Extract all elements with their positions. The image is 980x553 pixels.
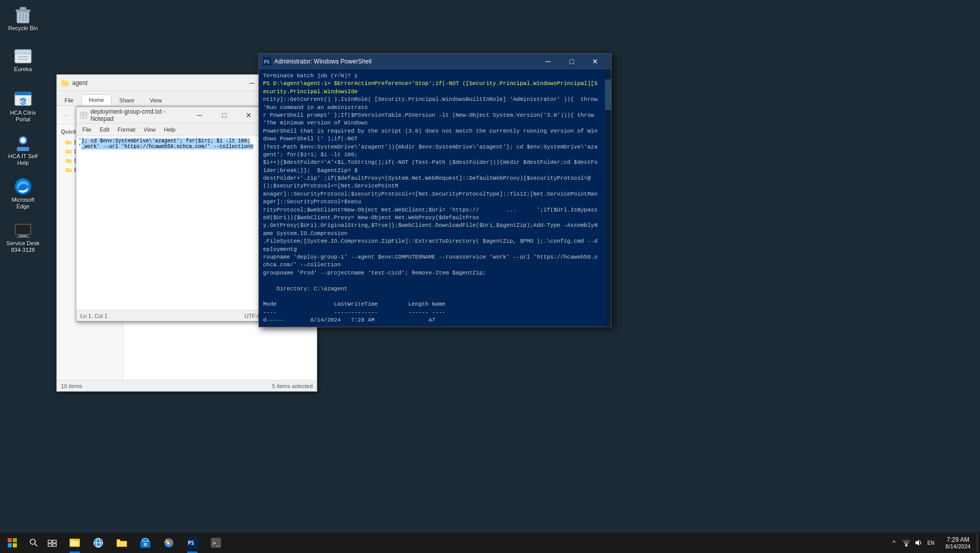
hca-it-icon-img [13,133,33,153]
svg-rect-37 [53,544,56,546]
notepad-content-area[interactable]: '}; cd $env:SystemDrive\'azagent'; for($… [76,136,265,310]
menu-view[interactable]: View [140,125,160,134]
ie-icon [92,537,104,549]
menu-help[interactable]: Help [160,125,180,134]
notepad-window: deployment-group-cmd.txt - Notepad ─ □ ✕… [76,107,265,322]
ps-content[interactable]: Terminate batch job (Y/N)? y PS D:\agent… [259,69,605,327]
desktop-icon-recycle-bin[interactable]: Recycle Bin [3,3,43,34]
tray-chevron[interactable]: ^ [889,534,899,552]
svg-rect-28 [8,538,12,542]
ps-titlebar: PS Administrator: Windows PowerShell ─ □… [259,54,611,69]
svg-rect-1 [16,10,30,12]
desktop-icon-hca-citrix[interactable]: HCA HCA Citrix Portal [3,87,43,125]
notepad-titlebar-left: deployment-group-cmd.txt - Notepad [80,108,188,122]
taskbar-app-store[interactable] [134,533,157,553]
notepad-line2: '_work' --url 'https://hcaweb50.ochca.co… [78,144,263,150]
svg-rect-2 [20,7,26,10]
svg-rect-55 [902,540,910,541]
search-icon [29,538,38,547]
taskbar-app-ie[interactable] [87,533,110,553]
notepad-titlebar: deployment-group-cmd.txt - Notepad ─ □ ✕ [76,107,265,123]
tab-file[interactable]: File [57,95,81,105]
desktop-icon-service-desk[interactable]: Service Desk 834-3128 [3,218,43,256]
ps-minimize-button[interactable]: ─ [536,54,560,69]
hca-citrix-icon-img: HCA [13,89,33,110]
folder-small-icon [65,139,72,145]
taskbar-app-folder[interactable] [111,533,133,553]
ps-line-3: r PowerShell prompt' };If($PSVersionTabl… [263,112,601,127]
taskbar-search-button[interactable] [25,533,43,553]
ps-line-6: $i++){$destFolder='A'+$i.ToString();if(-… [263,159,601,175]
tray-network-icon[interactable] [901,534,911,552]
desktop-icon-edge[interactable]: Microsoft Edge [3,174,43,212]
svg-rect-19 [16,225,30,234]
notepad-title-text: deployment-group-cmd.txt - Notepad [91,108,188,122]
notepad-ribbon: File Edit Format View Help [76,123,265,136]
tab-home[interactable]: Home [81,94,112,105]
folder-taskbar-icon [116,537,128,549]
ps-close-button[interactable]: ✕ [583,54,607,69]
ps-maximize-button[interactable]: □ [560,54,583,69]
menu-edit[interactable]: Edit [96,125,114,134]
svg-rect-21 [17,237,29,238]
ps-line-a7: d----- 8/14/2024 7:28 AM A7 [263,316,601,324]
taskbar-app-powershell[interactable]: PS [181,533,204,553]
taskbar-clock[interactable]: 7:29 AM 8/14/2024 [940,533,976,553]
taskbar-app-generic[interactable]: >_ [205,533,227,553]
ps-scrollbar-thumb[interactable] [605,79,611,110]
desktop-icon-hca-it[interactable]: HCA IT Self Help [3,131,43,168]
svg-rect-54 [903,541,909,542]
ps-line-7: destFolder+'.zip' ;if($defaultProxy=[Sys… [263,175,601,190]
volume-icon [914,539,923,547]
svg-rect-34 [48,540,52,543]
start-button[interactable] [0,533,25,553]
notepad-menubar: File Edit Format View Help [76,123,265,136]
ps-line-0: Terminate batch job (Y/N)? y [263,72,601,80]
ps-title: PS Administrator: Windows PowerShell [263,57,372,66]
ps-line-5: (Test-Path $env:SystemDrive\'azagent')){… [263,143,601,159]
explorer-title: agent [61,79,88,87]
taskbar: PS >_ ^ [0,533,980,553]
task-view-button[interactable] [43,533,61,553]
ps-controls: ─ □ ✕ [536,54,607,69]
ps-line-9: rityProtocol;$webClient=New-Object Net.W… [263,206,601,222]
svg-rect-52 [905,544,907,546]
ps-line-header2: ---- ------------- ------ ---- [263,309,601,316]
taskbar-app-explorer[interactable] [63,533,86,553]
taskbar-app-chrome[interactable] [158,533,180,553]
show-desktop-button[interactable] [977,534,980,552]
windows-logo-icon [8,538,17,547]
recycle-bin-label: Recycle Bin [8,25,38,32]
system-tray: ^ EN [885,534,940,552]
svg-rect-29 [13,538,17,542]
notepad-minimize-button[interactable]: ─ [188,108,211,123]
desktop: Recycle Bin Eureka HCA HCA Citrix Portal… [0,0,980,553]
explorer-title-text: agent [72,79,88,87]
ps-line-13: groupname 'Prod' --projectname 'test-cic… [263,269,601,277]
notepad-maximize-button[interactable]: □ [212,108,236,123]
menu-format[interactable]: Format [114,125,140,134]
svg-text:>_: >_ [212,540,220,546]
hca-citrix-label: HCA Citrix Portal [5,110,41,123]
ps-scrollbar[interactable] [605,69,611,327]
desktop-icon-eureka[interactable]: Eureka [3,44,43,75]
tray-volume-icon[interactable] [913,534,924,552]
folder-small-icon2 [65,148,72,155]
svg-text:PS: PS [188,540,194,546]
ps-line-dir: Directory: C:\azagent [263,285,601,293]
folder-icon [61,79,69,87]
notepad-close-button[interactable]: ✕ [237,108,260,123]
tray-keyboard-icon[interactable]: EN [926,534,936,552]
tab-view[interactable]: View [142,95,169,105]
clock-date: 8/14/2024 [946,543,971,549]
back-button[interactable]: ← [59,108,73,122]
svg-rect-45 [144,543,147,546]
status-selected: 5 items selected [272,383,313,389]
network-icon [902,539,910,547]
tab-share[interactable]: Share [112,95,142,105]
menu-file[interactable]: File [78,125,96,134]
ps-line-2: ntity]::GetCurrent() ).IsInRole( [Securi… [263,96,601,112]
svg-rect-36 [48,544,52,546]
task-view-icon [48,538,57,547]
ps-line-4: PowerShell that is required by the scrip… [263,127,601,143]
